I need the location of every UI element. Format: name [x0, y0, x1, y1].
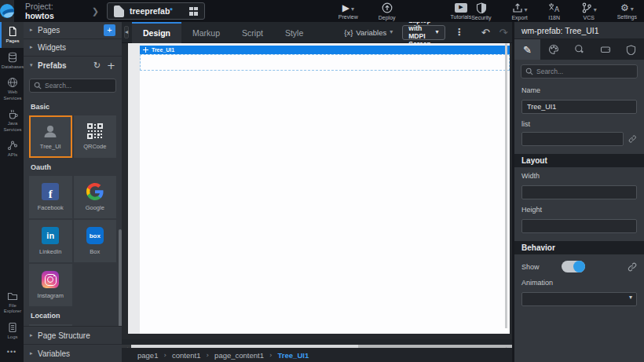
accordion-prefabs[interactable]: ▾ Prefabs ↻ + [24, 57, 122, 74]
api-nodes-icon [7, 140, 18, 151]
cursor-magnifier-icon [574, 44, 585, 55]
chevron-down-icon: ▾ [436, 29, 439, 35]
width-input[interactable] [521, 185, 637, 199]
breadcrumb-content1[interactable]: content1 [172, 351, 200, 360]
tab-script[interactable]: Script [231, 22, 274, 43]
move-icon [143, 47, 148, 53]
tab-styles[interactable] [540, 39, 566, 60]
breadcrumb-page1[interactable]: page1 [137, 351, 158, 360]
rail-item-logs[interactable]: Logs [0, 318, 24, 344]
group-title-oauth: Oauth [31, 163, 115, 171]
rail-item-java-services[interactable]: Java Services [0, 104, 24, 136]
add-prefab-button[interactable]: + [107, 60, 115, 71]
project-name: howtos [25, 11, 54, 20]
name-label: Name [521, 86, 637, 94]
tab-markup[interactable]: Markup [181, 22, 231, 43]
google-icon [86, 183, 104, 200]
add-page-button[interactable]: + [104, 24, 115, 36]
toggle-knob [573, 261, 585, 272]
accordion-widgets[interactable]: ▸ Widgets [24, 39, 122, 57]
settings-button[interactable]: ⚙▾ Settings [617, 3, 637, 20]
height-input[interactable] [521, 219, 637, 233]
preview-button[interactable]: ▶▾ Preview [338, 3, 358, 20]
tab-events[interactable] [566, 39, 592, 60]
tab-security[interactable] [618, 39, 644, 60]
refresh-icon[interactable]: ↻ [93, 61, 101, 70]
linkedin-icon: in [42, 227, 59, 244]
show-toggle[interactable] [562, 261, 585, 272]
pencil-icon: ✎ [523, 45, 532, 55]
breadcrumb-separator: › [206, 352, 209, 359]
canvas-vertical-scrollbar[interactable] [505, 43, 507, 328]
pages-icon [7, 26, 18, 37]
breadcrumb-page-content1[interactable]: page_content1 [214, 351, 264, 360]
tab-device[interactable] [592, 39, 618, 60]
rail-item-pages[interactable]: Pages [0, 22, 24, 48]
canvas-page[interactable] [140, 45, 510, 334]
device-icon [600, 44, 611, 55]
name-input[interactable] [521, 100, 637, 114]
properties-search-input[interactable] [536, 68, 633, 75]
accordion-page-structure[interactable]: ▸ Page Structure [24, 326, 122, 344]
animation-select[interactable] [521, 292, 637, 306]
undo-button[interactable]: ↶ [481, 27, 490, 38]
bind-link-icon[interactable] [628, 262, 637, 272]
translate-icon: A [548, 2, 561, 13]
prefab-tile-tree-ui[interactable]: Tree_UI [29, 115, 72, 158]
rail-item-databases[interactable]: Databases [0, 48, 24, 74]
more-options-button[interactable]: ⋮ [455, 27, 464, 37]
rail-item-apis[interactable]: APIs [0, 136, 24, 162]
prefab-tile-instagram[interactable]: Instagram [29, 264, 72, 306]
security-button[interactable]: Security [471, 2, 491, 20]
properties-tabs: ✎ [514, 39, 644, 60]
avatar-silhouette-icon [42, 123, 58, 139]
deploy-button[interactable]: Deploy [379, 2, 396, 20]
height-label: Height [521, 206, 637, 214]
rail-item-file-explorer[interactable]: File Explorer [0, 287, 24, 318]
accordion-pages[interactable]: ▸ Pages + [24, 22, 122, 39]
instagram-icon [42, 271, 59, 288]
redo-button[interactable]: ↷ [499, 27, 508, 38]
box-icon: box [86, 227, 104, 244]
center-area: ◂ Design Markup Script Style {x} Variabl… [122, 22, 512, 362]
device-selector[interactable]: Laptop with MDPI Screen ▾ [402, 25, 445, 40]
prefab-tile-google[interactable]: Google [74, 176, 117, 218]
breadcrumb-tree-ui1[interactable]: Tree_UI1 [278, 351, 309, 360]
collapse-panel-button[interactable]: ◂ [124, 26, 129, 38]
vcs-button[interactable]: ▾ VCS [581, 2, 597, 20]
prefab-tile-qrcode[interactable]: QRCode [74, 115, 117, 158]
properties-search-row [514, 60, 644, 82]
prefab-tile-linkedin[interactable]: in LinkedIn [29, 220, 72, 262]
tab-properties[interactable]: ✎ [514, 39, 540, 60]
wavemaker-logo[interactable] [0, 0, 14, 22]
page-selector[interactable]: treeprefab* [107, 2, 205, 20]
tab-design[interactable]: Design [132, 22, 181, 43]
bind-link-icon[interactable] [628, 134, 637, 144]
rail-more-button[interactable]: ••• [0, 343, 24, 362]
project-label: Project: howtos [25, 2, 54, 20]
rail-spacer [0, 162, 24, 287]
prefab-list: Basic Tree_UI QRCode Oauth f Facebook Go… [24, 97, 122, 326]
tutorials-button[interactable]: ▶ Tutorials [451, 3, 472, 20]
group-title-location: Location [31, 312, 115, 320]
panel-scrollbar[interactable] [119, 229, 122, 326]
i18n-button[interactable]: A I18N [548, 2, 561, 20]
play-icon: ▶ [342, 3, 349, 13]
accordion-variables[interactable]: ▸ Variables [24, 344, 122, 362]
tab-style[interactable]: Style [274, 22, 314, 43]
selected-widget-bar[interactable]: Tree_UI1 [140, 46, 510, 54]
widget-selection-outline[interactable] [140, 54, 510, 71]
chevron-right-icon: ▸ [30, 45, 38, 50]
rail-item-web-services[interactable]: Web Services [0, 73, 24, 104]
design-canvas[interactable]: Tree_UI1 [122, 43, 512, 339]
list-input[interactable] [521, 132, 624, 146]
variables-dropdown[interactable]: {x} Variables ▾ [344, 28, 393, 37]
animation-label: Animation [521, 279, 637, 287]
facebook-icon: f [42, 183, 59, 200]
prefab-tile-facebook[interactable]: f Facebook [29, 176, 72, 218]
export-button[interactable]: ▾ Export [511, 2, 527, 20]
prefab-tile-location-partial[interactable] [29, 324, 72, 326]
prefab-tile-box[interactable]: box Box [74, 220, 117, 262]
page-grid-icon[interactable] [189, 7, 198, 16]
prefab-search-input[interactable] [45, 82, 112, 90]
